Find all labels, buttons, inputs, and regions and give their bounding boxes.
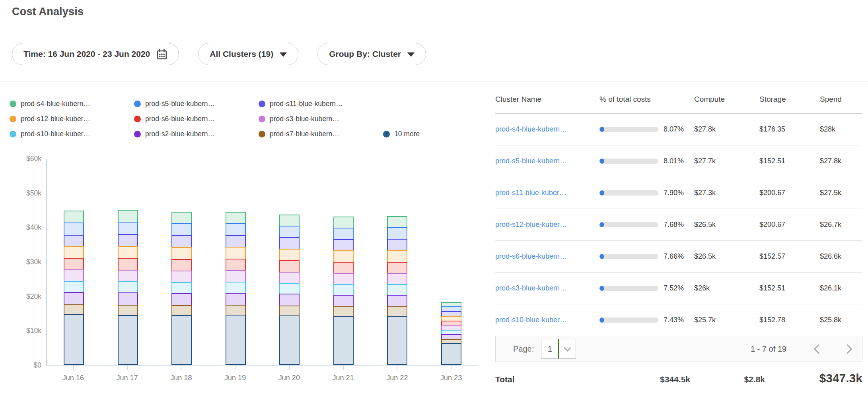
x-axis-label: Jun 17 <box>117 374 138 382</box>
cluster-link[interactable]: prod-s10-blue-kuber… <box>495 316 567 324</box>
storage-cell: $176.35 <box>759 125 820 134</box>
bar-segment <box>226 293 246 306</box>
x-axis-tick <box>235 366 235 370</box>
table-header-row: Cluster Name % of total costs Compute St… <box>495 92 862 114</box>
next-page-icon[interactable] <box>843 344 852 354</box>
bar-segment <box>171 247 192 260</box>
spend-cell: $26.1k <box>820 284 862 292</box>
clusters-filter[interactable]: All Clusters (19) <box>198 43 298 65</box>
pct-progress-bar <box>599 222 658 227</box>
cluster-link[interactable]: prod-s12-blue-kuber… <box>495 221 567 228</box>
pct-of-total-cell: 7.52% <box>599 284 694 292</box>
total-compute: $344.5k <box>595 375 690 384</box>
stacked-bar-jun-19[interactable] <box>226 212 246 365</box>
cluster-name-cell: prod-s5-blue-kubern… <box>495 157 599 165</box>
pct-progress-bar <box>599 159 658 164</box>
compute-cell: $26.5k <box>694 252 759 261</box>
cluster-link[interactable]: prod-s11-blue-kuber… <box>495 189 566 197</box>
group-by-filter[interactable]: Group By: Cluster <box>317 43 426 65</box>
compute-cell: $27.8k <box>694 125 759 134</box>
bar-segment <box>333 262 354 274</box>
cluster-link[interactable]: prod-s3-blue-kubern… <box>495 284 567 292</box>
bar-segment <box>171 259 192 271</box>
legend-label: prod-s10-blue-kuber… <box>21 130 90 138</box>
bar-segment <box>333 217 354 228</box>
stacked-bar-jun-23[interactable] <box>441 302 461 365</box>
bar-segment <box>118 305 138 316</box>
pct-progress-fill <box>599 254 604 259</box>
bar-segment <box>333 250 354 263</box>
legend-label: prod-s2-blue-kubern… <box>145 130 215 138</box>
previous-page-icon[interactable] <box>814 344 823 354</box>
legend-item[interactable]: 10 more <box>383 130 420 138</box>
spend-cell: $27.8k <box>820 157 862 165</box>
pct-progress-fill <box>599 286 604 291</box>
bar-segment <box>118 234 138 247</box>
cluster-name-cell: prod-s10-blue-kuber… <box>495 316 599 324</box>
cluster-name-cell: prod-s3-blue-kubern… <box>495 284 599 292</box>
header-divider <box>0 26 868 26</box>
stacked-bar-jun-16[interactable] <box>64 211 84 365</box>
stacked-bar-jun-20[interactable] <box>279 215 300 365</box>
bar-segment <box>387 250 407 263</box>
x-axis-tick <box>181 366 181 370</box>
cluster-link[interactable]: prod-s6-blue-kubern… <box>495 252 567 260</box>
legend-label: prod-s5-blue-kubern… <box>145 100 215 108</box>
bar-segment <box>387 316 407 365</box>
bar-slot <box>209 159 263 365</box>
total-spend: $347.3k <box>765 372 862 385</box>
legend-item[interactable]: prod-s4-blue-kubern… <box>10 100 134 108</box>
bar-segment <box>171 235 192 248</box>
stacked-bar-jun-18[interactable] <box>171 212 192 365</box>
x-axis-tick <box>343 366 344 370</box>
page-select[interactable]: 1 <box>541 339 576 359</box>
cluster-name-cell: prod-s4-blue-kubern… <box>495 125 599 134</box>
cluster-name-cell: prod-s12-blue-kuber… <box>495 221 599 229</box>
stacked-bar-jun-21[interactable] <box>333 217 354 365</box>
cluster-link[interactable]: prod-s4-blue-kubern… <box>495 125 567 133</box>
pct-value: 7.52% <box>664 284 684 292</box>
table-row: prod-s12-blue-kuber…7.68%$26.5k$200.67$2… <box>495 209 862 241</box>
bar-segment <box>226 247 246 259</box>
legend-item[interactable]: prod-s5-blue-kubern… <box>134 100 259 108</box>
compute-cell: $27.7k <box>694 157 759 165</box>
main-content: prod-s4-blue-kubern…prod-s5-blue-kubern…… <box>0 81 868 385</box>
legend-item[interactable]: prod-s6-blue-kubern… <box>134 115 259 123</box>
bar-segment <box>387 295 407 307</box>
bar-segment <box>64 223 84 236</box>
chart-plot-area: $60k$50k$40k$30k$20k$10k$0 <box>46 159 478 366</box>
bar-slot <box>424 159 479 365</box>
stacked-bar-jun-17[interactable] <box>118 210 138 365</box>
legend-item[interactable]: prod-s12-blue-kuber… <box>10 115 134 123</box>
bar-slot <box>101 159 155 365</box>
cost-table-panel: Cluster Name % of total costs Compute St… <box>495 81 868 385</box>
legend-item[interactable]: prod-s10-blue-kuber… <box>10 130 134 138</box>
legend-label: prod-s12-blue-kuber… <box>21 115 90 123</box>
pct-progress-bar <box>599 317 658 323</box>
time-range-filter[interactable]: Time: 16 Jun 2020 - 23 Jun 2020 <box>12 43 179 65</box>
bar-segment <box>333 284 354 296</box>
legend-item[interactable]: prod-s3-blue-kubern… <box>259 115 339 123</box>
cluster-link[interactable]: prod-s5-blue-kubern… <box>495 157 567 165</box>
legend-item[interactable]: prod-s2-blue-kubern… <box>134 130 259 138</box>
legend-item[interactable]: prod-s7-blue-kubern… <box>259 130 383 138</box>
legend-label: 10 more <box>394 130 420 138</box>
pct-value: 8.01% <box>664 157 684 165</box>
bar-segment <box>118 270 138 282</box>
bar-segment <box>441 343 461 365</box>
table-row: prod-s11-blue-kuber…7.90%$27.3k$200.67$2… <box>495 177 862 209</box>
bar-segment <box>333 273 354 285</box>
clusters-filter-label: All Clusters (19) <box>210 49 273 59</box>
legend-item[interactable]: prod-s11-blue-kubern… <box>259 100 343 108</box>
spend-cell: $25.8k <box>820 316 862 324</box>
bar-segment <box>226 212 246 224</box>
chevron-down-icon <box>564 344 571 351</box>
stacked-bar-jun-22[interactable] <box>387 216 407 365</box>
cluster-name-cell: prod-s6-blue-kubern… <box>495 252 599 261</box>
y-axis-tick-label: $50k <box>11 189 41 197</box>
bar-segment <box>226 270 246 283</box>
legend-row: prod-s10-blue-kuber…prod-s2-blue-kubern…… <box>10 130 495 138</box>
chart-x-axis: Jun 16Jun 17Jun 18Jun 19Jun 20Jun 21Jun … <box>46 366 478 382</box>
bar-segment <box>387 284 407 296</box>
x-axis-label: Jun 21 <box>333 374 354 382</box>
